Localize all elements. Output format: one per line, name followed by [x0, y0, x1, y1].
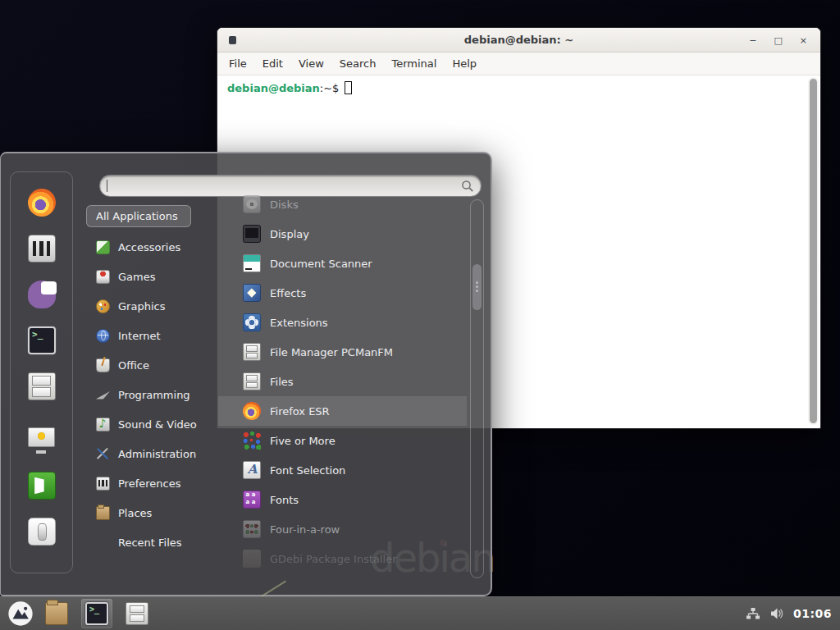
desktop: debian debian@debian: ~ −□× FileEditView… — [0, 0, 840, 630]
app-effects[interactable]: Effects — [218, 278, 467, 308]
disks-icon — [243, 195, 261, 213]
session-buttons — [28, 426, 56, 548]
fonts-icon — [243, 491, 261, 509]
window-control-maximize[interactable]: □ — [774, 36, 782, 45]
games-icon — [96, 270, 110, 284]
terminal-menu-help[interactable]: Help — [452, 57, 477, 70]
taskbar-launcher-terminal[interactable] — [81, 599, 112, 628]
four-in-a-row-icon — [243, 520, 261, 538]
window-icon — [229, 36, 236, 44]
category-all-applications[interactable]: All Applications — [86, 205, 191, 227]
lock-screen-icon — [28, 426, 56, 454]
favorites-panel — [10, 171, 73, 573]
app-firefox-esr[interactable]: Firefox ESR — [218, 396, 467, 426]
terminal-prompt: debian@debian:~$ — [227, 81, 352, 94]
document-scanner-icon — [243, 254, 261, 272]
favorite-terminal[interactable] — [28, 326, 56, 357]
firefox-icon — [243, 402, 261, 420]
terminal-menu-edit[interactable]: Edit — [262, 57, 283, 70]
graphics-icon — [96, 299, 110, 313]
category-list: All Applications Accessories Games Graph… — [86, 201, 217, 557]
terminal-icon — [28, 326, 56, 354]
taskbar-launcher-file-cabinet[interactable] — [121, 599, 153, 628]
favorite-settings[interactable] — [28, 235, 56, 265]
category-internet[interactable]: Internet — [86, 321, 217, 350]
application-menu: All Applications Accessories Games Graph… — [0, 152, 492, 596]
pidgin-icon — [28, 281, 56, 308]
system-tray: 01:06 — [746, 607, 832, 620]
category-games[interactable]: Games — [86, 262, 217, 291]
category-graphics[interactable]: Graphics — [86, 291, 217, 321]
sound-video-icon — [96, 418, 110, 431]
administration-icon — [96, 447, 110, 461]
preferences-icon — [96, 477, 110, 491]
prompt-user-host: debian@debian — [227, 82, 320, 94]
terminal-menu-file[interactable]: File — [229, 57, 247, 70]
category-office[interactable]: Office — [86, 350, 217, 380]
terminal-scrollbar-thumb[interactable] — [810, 79, 817, 423]
window-control-minimize[interactable]: − — [749, 36, 756, 45]
taskbar: 01:06 — [0, 596, 840, 630]
category-places[interactable]: Places — [86, 498, 217, 527]
volume-icon[interactable] — [769, 607, 784, 620]
category-sound-video[interactable]: Sound & Video — [86, 409, 217, 439]
terminal-menu-terminal[interactable]: Terminal — [391, 57, 436, 70]
session-shut-down[interactable] — [28, 518, 56, 548]
favorite-firefox[interactable] — [28, 189, 56, 219]
favorite-apps — [28, 189, 56, 403]
category-administration[interactable]: Administration — [86, 439, 217, 468]
favorite-pidgin[interactable] — [28, 281, 56, 311]
app-files[interactable]: Files — [218, 367, 467, 396]
category-accessories[interactable]: Accessories — [86, 232, 217, 262]
settings-icon — [28, 235, 56, 262]
extensions-icon — [243, 313, 261, 331]
terminal-titlebar[interactable]: debian@debian: ~ −□× — [217, 28, 820, 52]
app-fonts[interactable]: Fonts — [218, 485, 467, 514]
app-list-scrollbar-thumb[interactable] — [472, 264, 482, 310]
app-four-in-a-row[interactable]: Four-in-a-row — [218, 514, 467, 544]
app-list-scrollbar[interactable] — [470, 199, 484, 578]
app-display[interactable]: Display — [218, 219, 467, 249]
window-control-close[interactable]: × — [800, 36, 807, 45]
terminal-icon — [85, 602, 108, 625]
application-list: Disks Display Document Scanner Effects E… — [218, 189, 467, 573]
category-programming[interactable]: Programming — [86, 380, 217, 409]
app-file-manager-pcmanfm[interactable]: File Manager PCManFM — [218, 337, 467, 367]
file-cabinet-icon — [28, 372, 56, 400]
file-cabinet-icon — [243, 343, 261, 361]
terminal-menu-search[interactable]: Search — [340, 57, 377, 70]
app-five-or-more[interactable]: Five or More — [218, 426, 467, 455]
favorite-file-cabinet[interactable] — [28, 372, 56, 403]
firefox-icon — [28, 189, 56, 217]
display-icon — [243, 225, 261, 243]
office-icon — [96, 358, 110, 372]
app-extensions[interactable]: Extensions — [218, 308, 467, 337]
effects-icon — [243, 284, 261, 302]
folder-icon — [96, 506, 110, 520]
file-cabinet-icon — [243, 372, 261, 390]
app-document-scanner[interactable]: Document Scanner — [218, 249, 467, 278]
app-disks[interactable]: Disks — [218, 189, 467, 219]
window-title: debian@debian: ~ — [217, 34, 820, 46]
taskbar-launcher-folder[interactable] — [41, 599, 72, 628]
app-gdebi-package-installer[interactable]: GDebi Package Installer — [218, 544, 467, 573]
prompt-path: :~$ — [320, 82, 340, 94]
category-preferences[interactable]: Preferences — [86, 468, 217, 498]
folder-icon — [45, 602, 68, 625]
file-cabinet-icon — [126, 602, 148, 625]
app-font-selection[interactable]: Font Selection — [218, 455, 467, 485]
menu-logo-icon — [7, 600, 34, 628]
clock[interactable]: 01:06 — [793, 607, 832, 620]
window-controls: −□× — [749, 28, 807, 52]
session-lock-screen[interactable] — [28, 426, 56, 456]
session-log-out[interactable] — [28, 472, 56, 502]
terminal-menu-view[interactable]: View — [299, 57, 324, 70]
terminal-cursor — [345, 81, 352, 94]
font-selection-icon — [243, 461, 261, 479]
programming-icon — [96, 388, 110, 402]
network-icon[interactable] — [746, 607, 760, 620]
menu-button[interactable] — [7, 600, 34, 628]
category-recent-files[interactable]: Recent Files — [86, 527, 217, 557]
internet-icon — [96, 329, 110, 343]
terminal-scrollbar[interactable] — [808, 77, 819, 425]
